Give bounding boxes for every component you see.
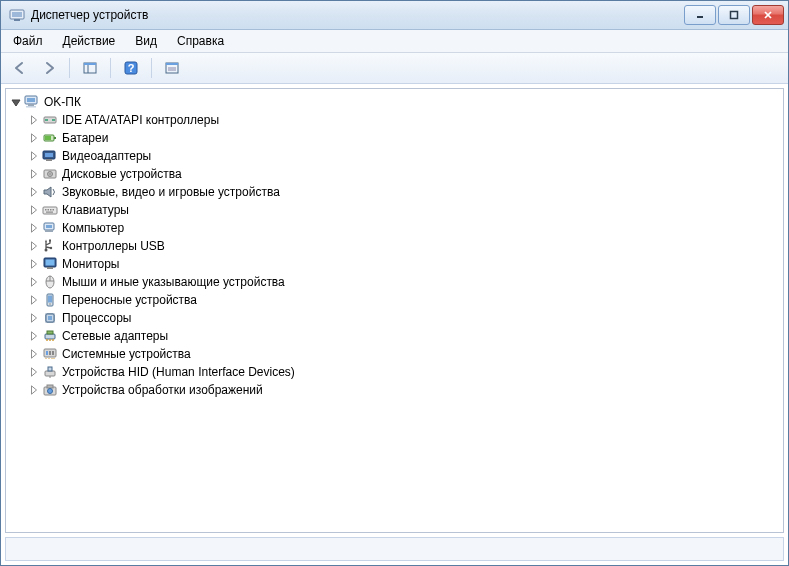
menu-action[interactable]: Действие — [53, 32, 126, 50]
tree-node-system[interactable]: Системные устройства — [6, 345, 783, 363]
tree-root-label[interactable]: OK-ПК — [44, 95, 81, 109]
expander-icon[interactable] — [28, 330, 40, 342]
toolbar: ? — [1, 53, 788, 84]
tree-node-label[interactable]: Сетевые адаптеры — [62, 329, 168, 343]
imaging-icon — [42, 382, 58, 398]
tree-node-label[interactable]: Звуковые, видео и игровые устройства — [62, 185, 280, 199]
tree-node-hid[interactable]: Устройства HID (Human Interface Devices) — [6, 363, 783, 381]
tree-node-keyboard[interactable]: Клавиатуры — [6, 201, 783, 219]
back-button[interactable] — [7, 55, 33, 81]
portable-icon — [42, 292, 58, 308]
tree-node-processor[interactable]: Процессоры — [6, 309, 783, 327]
keyboard-icon — [42, 202, 58, 218]
close-button[interactable] — [752, 5, 784, 25]
controller-icon — [42, 112, 58, 128]
tree-node-label[interactable]: Мыши и иные указывающие устройства — [62, 275, 285, 289]
expander-icon[interactable] — [28, 132, 40, 144]
menu-help[interactable]: Справка — [167, 32, 234, 50]
tree-node-disk[interactable]: Дисковые устройства — [6, 165, 783, 183]
device-tree-panel[interactable]: OK-ПКIDE ATA/ATAPI контроллерыБатареиВид… — [5, 88, 784, 533]
tree-node-label[interactable]: Устройства HID (Human Interface Devices) — [62, 365, 295, 379]
menubar: Файл Действие Вид Справка — [1, 30, 788, 53]
tree-node-sound[interactable]: Звуковые, видео и игровые устройства — [6, 183, 783, 201]
display-adapter-icon — [42, 148, 58, 164]
menu-file[interactable]: Файл — [3, 32, 53, 50]
tree-node-network[interactable]: Сетевые адаптеры — [6, 327, 783, 345]
tree-node-label[interactable]: Батареи — [62, 131, 108, 145]
hid-icon — [42, 364, 58, 380]
expander-icon[interactable] — [28, 240, 40, 252]
tree-node-battery[interactable]: Батареи — [6, 129, 783, 147]
expander-icon[interactable] — [28, 258, 40, 270]
computer-root-icon — [24, 94, 40, 110]
svg-rect-9 — [84, 63, 96, 65]
tree-node-label[interactable]: Устройства обработки изображений — [62, 383, 263, 397]
expander-icon[interactable] — [28, 294, 40, 306]
show-hide-tree-button[interactable] — [77, 55, 103, 81]
tree-node-label[interactable]: Видеоадаптеры — [62, 149, 151, 163]
toolbar-separator — [69, 58, 70, 78]
tree-node-label[interactable]: Мониторы — [62, 257, 119, 271]
tree-node-label[interactable]: Системные устройства — [62, 347, 191, 361]
tree-node-label[interactable]: Процессоры — [62, 311, 132, 325]
app-icon — [9, 7, 25, 23]
svg-rect-13 — [166, 63, 178, 65]
svg-text:?: ? — [128, 62, 135, 74]
expander-icon[interactable] — [28, 168, 40, 180]
tree-node-label[interactable]: Дисковые устройства — [62, 167, 182, 181]
tree-node-imaging[interactable]: Устройства обработки изображений — [6, 381, 783, 399]
expander-icon[interactable] — [28, 150, 40, 162]
monitor-icon — [42, 256, 58, 272]
statusbar — [5, 537, 784, 561]
forward-button[interactable] — [36, 55, 62, 81]
tree-node-monitor[interactable]: Мониторы — [6, 255, 783, 273]
disk-icon — [42, 166, 58, 182]
toolbar-separator — [110, 58, 111, 78]
tree-node-computer[interactable]: Компьютер — [6, 219, 783, 237]
expander-icon[interactable] — [28, 222, 40, 234]
sound-icon — [42, 184, 58, 200]
svg-rect-4 — [731, 12, 738, 19]
maximize-button[interactable] — [718, 5, 750, 25]
network-icon — [42, 328, 58, 344]
minimize-button[interactable] — [684, 5, 716, 25]
svg-rect-1 — [12, 12, 22, 17]
svg-rect-2 — [14, 19, 20, 21]
expander-icon[interactable] — [28, 186, 40, 198]
battery-icon — [42, 130, 58, 146]
tree-node-mouse[interactable]: Мыши и иные указывающие устройства — [6, 273, 783, 291]
computer-icon — [42, 220, 58, 236]
tree-node-label[interactable]: Клавиатуры — [62, 203, 129, 217]
expander-icon[interactable] — [28, 114, 40, 126]
device-manager-window: Диспетчер устройств Файл Действие Вид Сп… — [0, 0, 789, 566]
expander-icon[interactable] — [10, 96, 22, 108]
expander-icon[interactable] — [28, 384, 40, 396]
window-title: Диспетчер устройств — [31, 8, 684, 22]
tree-node-label[interactable]: Контроллеры USB — [62, 239, 165, 253]
tree-root[interactable]: OK-ПК — [6, 93, 783, 111]
expander-icon[interactable] — [28, 348, 40, 360]
expander-icon[interactable] — [28, 276, 40, 288]
titlebar: Диспетчер устройств — [1, 1, 788, 30]
tree-node-usb[interactable]: Контроллеры USB — [6, 237, 783, 255]
tree-node-label[interactable]: Переносные устройства — [62, 293, 197, 307]
expander-icon[interactable] — [28, 204, 40, 216]
system-icon — [42, 346, 58, 362]
tree-node-portable[interactable]: Переносные устройства — [6, 291, 783, 309]
tree-node-label[interactable]: IDE ATA/ATAPI контроллеры — [62, 113, 219, 127]
processor-icon — [42, 310, 58, 326]
tree-node-label[interactable]: Компьютер — [62, 221, 124, 235]
tree-node-video[interactable]: Видеоадаптеры — [6, 147, 783, 165]
toolbar-separator — [151, 58, 152, 78]
window-controls — [684, 5, 784, 25]
mouse-icon — [42, 274, 58, 290]
usb-icon — [42, 238, 58, 254]
properties-button[interactable] — [159, 55, 185, 81]
expander-icon[interactable] — [28, 312, 40, 324]
expander-icon[interactable] — [28, 366, 40, 378]
tree-node-ide[interactable]: IDE ATA/ATAPI контроллеры — [6, 111, 783, 129]
menu-view[interactable]: Вид — [125, 32, 167, 50]
help-button[interactable]: ? — [118, 55, 144, 81]
device-tree: OK-ПКIDE ATA/ATAPI контроллерыБатареиВид… — [6, 89, 783, 403]
